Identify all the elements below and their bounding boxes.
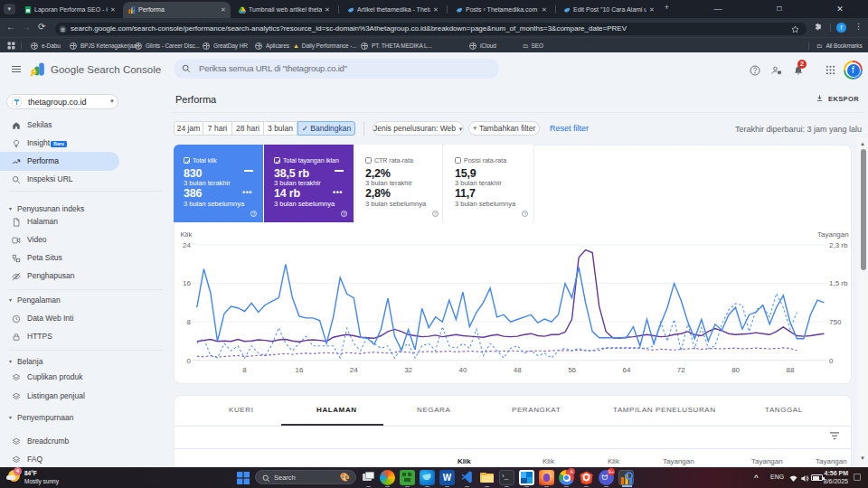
svg-text:750: 750 xyxy=(829,318,842,326)
svg-text:24: 24 xyxy=(350,366,358,374)
svg-text:8: 8 xyxy=(187,318,192,326)
svg-text:32: 32 xyxy=(404,366,412,374)
svg-text:24: 24 xyxy=(183,241,191,249)
svg-text:40: 40 xyxy=(459,366,467,374)
svg-text:0: 0 xyxy=(187,357,192,365)
svg-text:80: 80 xyxy=(731,366,740,374)
svg-text:72: 72 xyxy=(677,366,685,374)
svg-text:0: 0 xyxy=(829,357,834,365)
svg-text:56: 56 xyxy=(568,366,576,374)
svg-text:1,5 rb: 1,5 rb xyxy=(829,279,848,287)
svg-text:2,3 rb: 2,3 rb xyxy=(829,241,848,249)
svg-text:48: 48 xyxy=(514,366,522,374)
svg-text:16: 16 xyxy=(183,279,191,287)
svg-text:16: 16 xyxy=(296,366,304,374)
svg-text:Tayangan: Tayangan xyxy=(817,230,849,239)
svg-text:88: 88 xyxy=(787,366,795,374)
svg-text:64: 64 xyxy=(623,366,631,374)
svg-text:8: 8 xyxy=(242,366,247,374)
svg-text:Klik: Klik xyxy=(181,230,193,239)
